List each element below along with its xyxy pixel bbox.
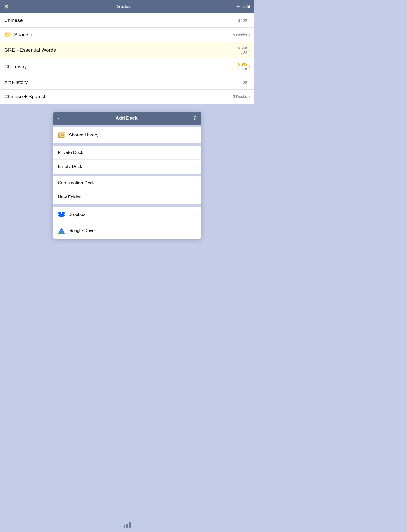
chevron-icon: › <box>195 181 197 185</box>
menu-item-private-deck[interactable]: Private Deck › <box>53 146 201 160</box>
shared-library-icon <box>58 131 66 139</box>
chevron-icon: › <box>195 195 197 200</box>
deck-row-gre[interactable]: GRE - Essential Words 6 Due 300 › <box>0 42 254 58</box>
add-deck-panel: ‹ Add Deck ? <box>53 112 201 239</box>
deck-count-chinese-spanish: 5 Decks <box>233 94 247 99</box>
shared-library-label: Shared Library <box>69 132 99 138</box>
nav-actions: + Edit <box>236 3 250 10</box>
back-button[interactable]: ‹ <box>58 115 60 122</box>
menu-section-cloud: Dropbox › Google Drive › <box>53 207 201 239</box>
deck-name-chinese-spanish: Chinese + Spanish <box>4 94 47 100</box>
section-separator <box>53 125 201 127</box>
private-deck-label: Private Deck <box>58 150 83 155</box>
deck-row-art-history[interactable]: Art History 38 › <box>0 75 254 90</box>
deck-count-art-history: 38 <box>243 80 247 85</box>
menu-section-private: Private Deck › Empty Deck › <box>53 146 201 174</box>
deck-due-gre: 6 Due <box>238 46 247 50</box>
deck-name-chemistry: Chemistry <box>4 64 27 70</box>
chevron-icon: › <box>195 228 197 233</box>
chevron-icon: › <box>249 47 250 53</box>
deck-count-chemistry: 26% 118 <box>238 62 247 71</box>
deck-count-chinese: 1436 <box>238 18 247 23</box>
menu-item-empty-deck[interactable]: Empty Deck › <box>53 160 201 174</box>
chevron-icon: › <box>249 18 250 23</box>
google-drive-label: Google Drive <box>68 228 95 233</box>
section-separator <box>53 174 201 176</box>
menu-item-new-folder[interactable]: New Folder › <box>53 190 201 204</box>
add-deck-button[interactable]: + <box>236 3 240 10</box>
dropbox-label: Dropbox <box>68 212 85 217</box>
deck-count-spanish: 4 Decks <box>233 33 247 37</box>
background-area: ‹ Add Deck ? <box>0 104 254 247</box>
nav-bar: ⚙ Decks + Edit <box>0 0 254 13</box>
chevron-icon: › <box>249 32 250 37</box>
chevron-icon: › <box>249 94 250 99</box>
deck-total-gre: 300 <box>238 50 247 54</box>
deck-total-chemistry: 118 <box>238 67 247 71</box>
menu-item-combination-deck[interactable]: Combination Deck › <box>53 176 201 190</box>
menu-section-shared: Shared Library › <box>53 127 201 143</box>
menu-item-dropbox[interactable]: Dropbox › <box>53 207 201 223</box>
menu-item-shared-library[interactable]: Shared Library › <box>53 127 201 143</box>
chevron-icon: › <box>195 212 197 217</box>
section-separator <box>53 143 201 146</box>
deck-name-chinese: Chinese <box>4 17 23 23</box>
deck-row-chemistry[interactable]: Chemistry 26% 118 › <box>0 58 254 75</box>
deck-pct-chemistry: 26% <box>238 62 247 67</box>
deck-count-gre: 6 Due 300 <box>238 46 247 54</box>
new-folder-label: New Folder <box>58 194 81 200</box>
deck-name-gre: GRE - Essential Words <box>4 47 56 53</box>
svg-marker-6 <box>61 212 65 214</box>
help-button[interactable]: ? <box>193 115 197 121</box>
section-separator <box>53 204 201 207</box>
svg-marker-5 <box>58 212 61 214</box>
deck-row-chinese[interactable]: Chinese 1436 › <box>0 13 254 28</box>
add-deck-title: Add Deck <box>116 116 138 121</box>
dropbox-icon <box>58 211 65 218</box>
gear-icon[interactable]: ⚙ <box>4 3 9 10</box>
edit-button[interactable]: Edit <box>242 4 250 9</box>
chevron-icon: › <box>249 80 250 85</box>
chevron-icon: › <box>195 164 197 169</box>
menu-item-google-drive[interactable]: Google Drive › <box>53 223 201 239</box>
chevron-icon: › <box>249 64 250 69</box>
add-deck-header: ‹ Add Deck ? <box>53 112 201 125</box>
empty-deck-label: Empty Deck <box>58 164 82 169</box>
chevron-icon: › <box>195 133 197 138</box>
deck-name-spanish: 📁 Spanish <box>4 31 32 38</box>
deck-list: Chinese 1436 › 📁 Spanish 4 Decks › GRE -… <box>0 13 254 104</box>
page-title: Decks <box>115 4 130 10</box>
google-drive-icon <box>58 227 65 234</box>
folder-icon: 📁 <box>4 31 11 38</box>
chevron-icon: › <box>195 150 197 155</box>
svg-rect-2 <box>60 133 65 137</box>
deck-name-art-history: Art History <box>4 79 28 85</box>
deck-row-chinese-spanish[interactable]: Chinese + Spanish 5 Decks › <box>0 90 254 104</box>
deck-row-spanish[interactable]: 📁 Spanish 4 Decks › <box>0 28 254 42</box>
combination-deck-label: Combination Deck <box>58 180 95 186</box>
menu-section-combination: Combination Deck › New Folder › <box>53 176 201 204</box>
